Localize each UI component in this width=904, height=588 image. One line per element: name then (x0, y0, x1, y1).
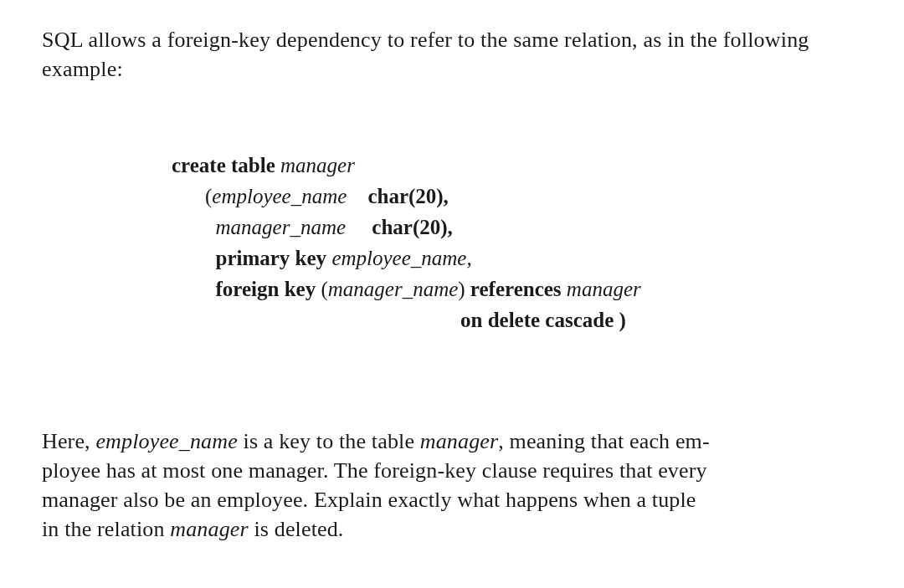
t1c: is a key to the table (238, 429, 420, 453)
fk-lparen: ( (321, 278, 327, 300)
intro-paragraph: SQL allows a foreign-key dependency to r… (42, 25, 862, 84)
id-fk-col: manager_name (328, 278, 459, 300)
body-line-2: ployee has at most one manager. The fore… (42, 456, 862, 485)
id-manager: manager (280, 154, 355, 176)
kw-create-table: create table (172, 154, 275, 176)
id-manager-name: manager_name (216, 216, 347, 238)
code-line-fk: foreign key (manager_name) references ma… (205, 274, 862, 304)
t4c: is deleted. (249, 517, 344, 541)
code-line-pk: primary key employee_name, (205, 243, 862, 273)
t4b: manager (170, 517, 249, 541)
t3: manager also be an employee. Explain exa… (42, 488, 696, 512)
kw-primary-key: primary key (216, 247, 327, 269)
t2: ployee has at most one manager. The fore… (42, 458, 707, 483)
sp (205, 247, 210, 269)
code-line-create: create table manager (172, 151, 862, 180)
kw-foreign-key: foreign key (216, 278, 316, 300)
t1e: , meaning that each em- (498, 429, 710, 453)
type-char20b: char(20), (372, 216, 453, 238)
body-line-3: manager also be an employee. Explain exa… (42, 485, 862, 514)
t1a: Here, (42, 429, 95, 453)
sp (351, 216, 367, 238)
body-line-4: in the relation manager is deleted. (42, 514, 862, 544)
sp (352, 185, 363, 207)
code-line-col2: manager_name char(20), (205, 212, 862, 242)
id-employee-name: employee_name (212, 185, 347, 207)
t1d: manager (420, 429, 499, 453)
kw-references: references (470, 278, 562, 300)
sp (205, 216, 210, 238)
body-paragraph: Here, employee_name is a key to the tabl… (42, 427, 862, 544)
body-line-1: Here, employee_name is a key to the tabl… (42, 427, 862, 456)
kw-on-delete: on delete cascade ) (460, 309, 626, 331)
intro-text: SQL allows a foreign-key dependency to r… (42, 28, 809, 81)
sql-code-block: create table manager (employee_name char… (172, 151, 862, 335)
id-pk-col: employee_name, (331, 247, 471, 269)
id-ref-table: manager (567, 278, 641, 300)
code-line-col1: (employee_name char(20), (205, 182, 862, 211)
type-char20a: char(20), (367, 185, 449, 207)
code-line-ondelete: on delete cascade ) (460, 305, 862, 335)
t1b: employee_name (95, 429, 237, 453)
t4a: in the relation (42, 517, 170, 541)
fk-rparen: ) (458, 278, 465, 300)
sp (205, 278, 210, 300)
